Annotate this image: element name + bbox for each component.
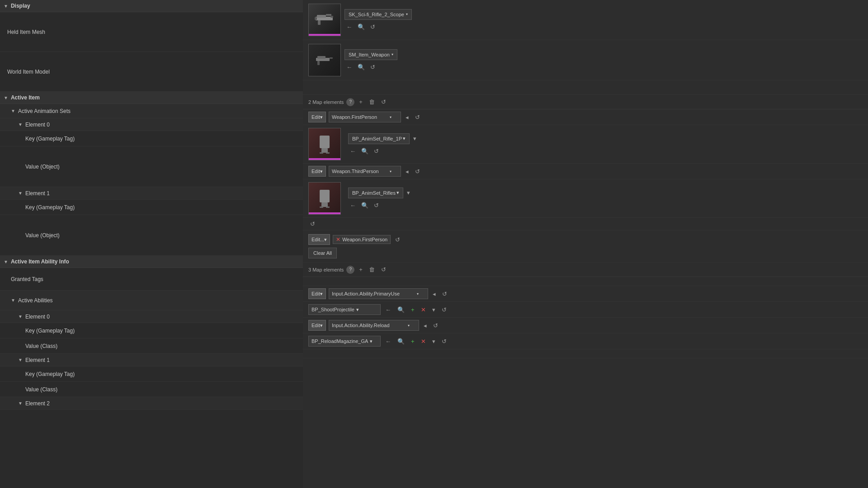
ab-element0-key-undo-btn[interactable]: ↺ [440, 290, 449, 298]
element0-key-chevron: ▾ [390, 115, 392, 119]
element1-edit-dropdown[interactable]: Edit ▾ [308, 166, 326, 177]
element0-value-expand-btn[interactable]: ▾ [411, 134, 418, 143]
world-model-back-btn[interactable]: ← [344, 63, 354, 71]
ab-element1-edit-dropdown[interactable]: Edit ▾ [308, 320, 326, 331]
element0-value-asset-name: BP_AnimSet_Rifle_1P [352, 136, 402, 141]
anim-sets-delete-btn[interactable]: 🗑 [367, 98, 377, 106]
element1-key-label: Key (Gameplay Tag) [25, 204, 75, 211]
ab-element0-edit-arrow: ▾ [320, 291, 323, 297]
world-model-search-btn[interactable]: 🔍 [356, 63, 367, 71]
element0-value-back-btn[interactable]: ← [348, 147, 358, 155]
ab-element0-value-remove-btn[interactable]: ✕ [419, 305, 428, 314]
ab-element0-value-plus-btn[interactable]: + [409, 305, 416, 314]
element1-key-right-row: Edit ▾ Weapon.ThirdPerson ▾ ◂ ↺ [303, 164, 868, 179]
element1-key-arrow-btn[interactable]: ◂ [404, 167, 410, 176]
abilities-map-bar: 3 Map elements ? + 🗑 ↺ [303, 263, 868, 277]
ab-element1-value-plus-btn[interactable]: + [409, 337, 416, 346]
element0-edit-dropdown[interactable]: Edit ▾ [308, 112, 326, 122]
element1-row[interactable]: ▼ Element 1 [0, 187, 303, 200]
ab-element1-row[interactable]: ▼ Element 1 [0, 354, 303, 366]
ab-element1-value-back-btn[interactable]: ← [383, 337, 393, 346]
display-section-header[interactable]: ▼ Display [0, 0, 303, 12]
held-mesh-search-btn[interactable]: 🔍 [356, 23, 367, 31]
element1-value-asset-dropdown[interactable]: BP_AnimSet_Rifles ▾ [348, 188, 403, 198]
element1-key-tag-dropdown[interactable]: Weapon.ThirdPerson ▾ [329, 166, 401, 177]
display-label: Display [11, 3, 30, 9]
granted-tags-edit-arrow: ▾ [324, 237, 327, 243]
world-model-undo-btn[interactable]: ↺ [368, 63, 377, 71]
active-item-label: Active Item [11, 94, 40, 101]
ab-element0-value-expand-btn[interactable]: ▾ [430, 305, 437, 314]
element0-key-right-row: Edit ▾ Weapon.FirstPerson ▾ ◂ ↺ [303, 109, 868, 125]
ab-element1-value-class-dropdown[interactable]: BP_ReloadMagazine_GA ▾ [308, 336, 381, 347]
element1-value-back-btn[interactable]: ← [348, 201, 358, 210]
granted-tags-undo-btn[interactable]: ↺ [393, 235, 402, 244]
world-model-asset-dropdown[interactable]: SM_Item_Weapon ▾ [344, 49, 397, 60]
granted-tag-remove-btn[interactable]: ✕ [336, 236, 340, 243]
ab-element0-row[interactable]: ▼ Element 0 [0, 310, 303, 323]
ab-element0-key-tag-dropdown[interactable]: Input.Action.Ability.PrimaryUse ▾ [329, 288, 428, 299]
element1-value-expand-btn[interactable]: ▾ [405, 188, 412, 197]
element1-value-row: Value (Object) [0, 215, 303, 256]
held-mesh-undo-btn[interactable]: ↺ [368, 23, 377, 31]
active-abilities-row[interactable]: ▼ Active Abilities [0, 291, 303, 310]
element0-key-arrow-btn[interactable]: ◂ [404, 113, 410, 122]
ab-element2-arrow: ▼ [18, 401, 23, 406]
svg-rect-9 [330, 57, 333, 59]
ab-element1-key-tag-dropdown[interactable]: Input.Action.Ability.Reload ▾ [329, 320, 419, 331]
world-item-thumbnail [308, 44, 341, 76]
active-item-arrow: ▼ [4, 95, 8, 100]
anim-sets-undo-btn[interactable]: ↺ [379, 98, 388, 106]
ab-element0-key-arrow-btn[interactable]: ◂ [431, 290, 438, 298]
element0-key-tag-dropdown[interactable]: Weapon.FirstPerson ▾ [329, 112, 401, 122]
element1-value-search-btn[interactable]: 🔍 [359, 201, 370, 210]
element0-value-search-btn[interactable]: 🔍 [359, 147, 370, 155]
held-mesh-asset-name: SK_Sci-fi_Rifle_2_Scope [349, 12, 404, 17]
svg-rect-7 [317, 56, 326, 59]
ab-element1-key-undo-btn[interactable]: ↺ [431, 321, 440, 330]
ab-element1-value-expand-btn[interactable]: ▾ [430, 337, 437, 346]
held-mesh-back-btn[interactable]: ← [344, 23, 354, 31]
active-animation-sets-row[interactable]: ▼ Active Animation Sets [0, 104, 303, 118]
element1-value-undo-btn[interactable]: ↺ [372, 201, 381, 210]
element0-key-undo-btn[interactable]: ↺ [413, 113, 422, 122]
ab-element1-value-remove-btn[interactable]: ✕ [419, 337, 428, 346]
clear-all-btn[interactable]: Clear All [308, 248, 337, 258]
ab-element1-value-search-btn[interactable]: 🔍 [396, 337, 406, 346]
ability-info-section-header[interactable]: ▼ Active Item Ability Info [0, 256, 303, 268]
svg-rect-10 [320, 136, 330, 148]
ab-element0-value-search-btn[interactable]: 🔍 [396, 305, 406, 314]
element0-value-asset-dropdown[interactable]: BP_AnimSet_Rifle_1P ▾ [348, 133, 410, 144]
element1-key-undo-btn[interactable]: ↺ [413, 167, 422, 176]
held-item-mesh-label: Held Item Mesh [7, 29, 45, 35]
ab-element1-key-arrow-btn[interactable]: ◂ [422, 321, 429, 330]
held-mesh-asset-dropdown[interactable]: SK_Sci-fi_Rifle_2_Scope ▾ [344, 9, 412, 20]
element1-label: Element 1 [25, 190, 50, 197]
element0-value-label: Value (Object) [25, 164, 60, 170]
ab-element2-row[interactable]: ▼ Element 2 [0, 397, 303, 410]
ability-info-label: Active Item Ability Info [11, 258, 69, 265]
ab-element0-value-label: Value (Class) [25, 343, 57, 349]
element0-key-row: Key (Gameplay Tag) [0, 131, 303, 146]
granted-tags-edit-dropdown[interactable]: Edit... ▾ [308, 234, 330, 245]
abilities-undo-btn[interactable]: ↺ [379, 265, 388, 274]
ab-element0-key-label: Key (Gameplay Tag) [25, 328, 75, 334]
abilities-help-btn[interactable]: ? [346, 266, 354, 274]
ab-element0-value-back-btn[interactable]: ← [383, 305, 393, 314]
element0-value-undo-btn[interactable]: ↺ [372, 147, 381, 155]
ab-element0-value-class-dropdown[interactable]: BP_ShootProjectile ▾ [308, 304, 381, 315]
abilities-add-btn[interactable]: + [357, 265, 364, 274]
ab-element0-value-undo-btn[interactable]: ↺ [440, 305, 448, 314]
anim-sets-bottom-undo-btn[interactable]: ↺ [308, 220, 317, 228]
ab-element0-edit-dropdown[interactable]: Edit ▾ [308, 288, 326, 299]
ab-element1-value-undo-btn[interactable]: ↺ [440, 337, 448, 346]
abilities-map-count: 3 Map elements [308, 267, 344, 272]
ab-element0-arrow: ▼ [18, 314, 23, 319]
anim-sets-help-btn[interactable]: ? [346, 98, 354, 106]
abilities-delete-btn[interactable]: 🗑 [367, 265, 377, 274]
element1-edit-arrow: ▾ [320, 169, 323, 174]
granted-tags-label: Granted Tags [11, 276, 43, 282]
active-item-section-header[interactable]: ▼ Active Item [0, 92, 303, 104]
element0-row[interactable]: ▼ Element 0 [0, 118, 303, 131]
anim-sets-add-btn[interactable]: + [357, 98, 364, 106]
